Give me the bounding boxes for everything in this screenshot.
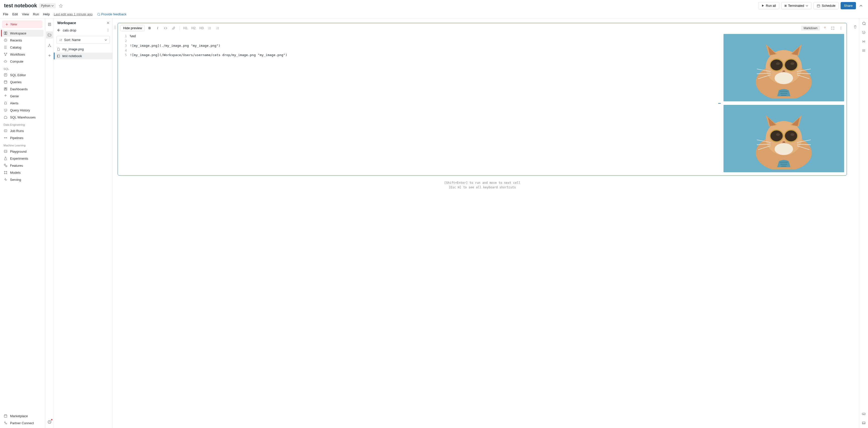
sort-selector[interactable]: Sort: Name xyxy=(56,36,110,44)
h1-button[interactable]: H1 xyxy=(182,25,189,31)
file-item[interactable]: test notebook xyxy=(54,53,112,59)
svg-point-31 xyxy=(48,46,49,47)
h2-button[interactable]: H2 xyxy=(190,25,197,31)
link-button[interactable] xyxy=(170,25,177,31)
variables-button[interactable] xyxy=(861,39,866,44)
nav-label: Partner Connect xyxy=(10,421,34,425)
vtab-schema[interactable] xyxy=(46,42,53,49)
nav-catalog[interactable]: Catalog xyxy=(1,44,43,51)
notebook-title[interactable]: test notebook xyxy=(4,3,37,8)
bullet-list-button[interactable] xyxy=(206,25,213,31)
nav-marketplace[interactable]: Marketplace xyxy=(1,412,43,420)
nav-compute[interactable]: Compute xyxy=(1,58,43,65)
nav-queries[interactable]: Queries xyxy=(1,79,43,86)
notebook-icon xyxy=(57,54,60,58)
outline-icon xyxy=(48,22,52,26)
play-icon xyxy=(762,4,764,7)
keyboard-shortcuts-button[interactable] xyxy=(861,411,866,417)
svg-rect-12 xyxy=(4,88,5,89)
cluster-status-button[interactable]: Terminated xyxy=(781,2,811,9)
nav-sql-warehouses[interactable]: SQL Warehouses xyxy=(1,114,43,121)
spark-ui-button[interactable] xyxy=(861,48,866,53)
nav-label: Compute xyxy=(10,60,23,63)
feedback-link[interactable]: Provide feedback xyxy=(97,12,126,16)
nav-sql-editor[interactable]: SQL Editor xyxy=(1,72,43,79)
collapse-button[interactable] xyxy=(861,421,866,426)
calendar-icon xyxy=(817,4,820,7)
numbered-list-button[interactable]: 123 xyxy=(214,25,221,31)
menu-help[interactable]: Help xyxy=(43,12,50,16)
nav-dashboards[interactable]: Dashboards xyxy=(1,86,43,92)
cell-drag-handle[interactable] xyxy=(113,18,118,428)
sort-icon xyxy=(59,38,63,42)
svg-point-53 xyxy=(841,29,841,29)
svg-point-9 xyxy=(5,55,6,56)
assistant-button[interactable] xyxy=(822,25,828,31)
nav-features[interactable]: Features xyxy=(1,162,43,169)
new-button[interactable]: New xyxy=(2,20,42,28)
history-icon xyxy=(3,108,7,112)
menu-view[interactable]: View xyxy=(22,12,29,16)
folder-menu-button[interactable] xyxy=(106,28,110,32)
nav-partner-connect[interactable]: Partner Connect xyxy=(1,420,43,427)
hint-line: [Esc H] to see all keyboard shortcuts xyxy=(118,185,847,190)
italic-button[interactable]: I xyxy=(154,25,161,31)
schedule-button[interactable]: Schedule xyxy=(813,2,839,9)
vtab-activity[interactable] xyxy=(46,419,53,426)
revision-history-button[interactable] xyxy=(861,30,866,35)
h3-button[interactable]: H3 xyxy=(198,25,205,31)
preview-divider[interactable] xyxy=(718,34,720,172)
run-all-button[interactable]: Run all xyxy=(758,2,779,9)
menu-file[interactable]: File xyxy=(3,12,8,16)
last-edit-link[interactable]: Last edit was 1 minute ago xyxy=(54,12,93,16)
cell-menu-button[interactable] xyxy=(838,25,844,31)
favorite-button[interactable] xyxy=(58,3,64,9)
nav-workflows[interactable]: Workflows xyxy=(1,51,43,58)
queries-icon xyxy=(3,80,7,84)
svg-point-17 xyxy=(6,138,7,138)
nav-experiments[interactable]: Experiments xyxy=(1,155,43,162)
nav-serving[interactable]: Serving xyxy=(1,176,43,183)
svg-rect-0 xyxy=(817,4,820,7)
nav-alerts[interactable]: Alerts xyxy=(1,99,43,107)
nav-query-history[interactable]: Query History xyxy=(1,107,43,114)
bold-button[interactable]: B xyxy=(146,25,153,31)
close-panel-button[interactable] xyxy=(106,21,110,25)
code-button[interactable] xyxy=(162,25,169,31)
markdown-cell: Hide preview B I H1 H2 H3 123 Markdown xyxy=(118,23,847,175)
expand-button[interactable] xyxy=(830,25,836,31)
file-item[interactable]: my_image.png xyxy=(54,46,112,53)
nav-job-runs[interactable]: Job Runs xyxy=(1,127,43,134)
code-editor[interactable]: %md ![my_image.png](./my_image.png "my_i… xyxy=(130,34,715,172)
nav-playground[interactable]: Playground xyxy=(1,148,43,155)
numbered-list-icon: 123 xyxy=(216,26,220,30)
nav-pipelines[interactable]: Pipelines xyxy=(1,134,43,141)
hide-preview-button[interactable]: Hide preview xyxy=(120,25,145,31)
back-button[interactable] xyxy=(56,28,61,32)
nav-models[interactable]: Models xyxy=(1,169,43,176)
collapse-header-button[interactable] xyxy=(858,3,864,9)
comments-button[interactable] xyxy=(861,21,866,26)
bullet-list-icon xyxy=(208,26,212,30)
svg-point-52 xyxy=(841,28,841,28)
share-button[interactable]: Share xyxy=(841,2,856,9)
nav-workspace[interactable]: Workspace xyxy=(1,30,43,37)
vtab-outline[interactable] xyxy=(46,21,53,28)
dashboard-icon xyxy=(3,87,7,91)
delete-cell-button[interactable] xyxy=(853,25,857,29)
vtab-folder[interactable] xyxy=(46,31,53,38)
cat-illustration-icon xyxy=(737,39,831,98)
nav-label: SQL Editor xyxy=(10,73,26,77)
svg-point-57 xyxy=(784,59,798,71)
nav-genie[interactable]: Genie xyxy=(1,92,43,99)
vtab-assistant[interactable] xyxy=(46,53,53,60)
menu-edit[interactable]: Edit xyxy=(12,12,18,16)
section-sql: SQL xyxy=(1,65,43,72)
menu-run[interactable]: Run xyxy=(33,12,39,16)
kebab-icon xyxy=(839,26,843,30)
nav-label: Dashboards xyxy=(10,87,28,91)
cell-type-selector[interactable]: Markdown xyxy=(801,26,820,31)
language-selector[interactable]: Python xyxy=(39,3,56,8)
svg-point-58 xyxy=(776,62,780,65)
nav-recents[interactable]: Recents xyxy=(1,37,43,44)
